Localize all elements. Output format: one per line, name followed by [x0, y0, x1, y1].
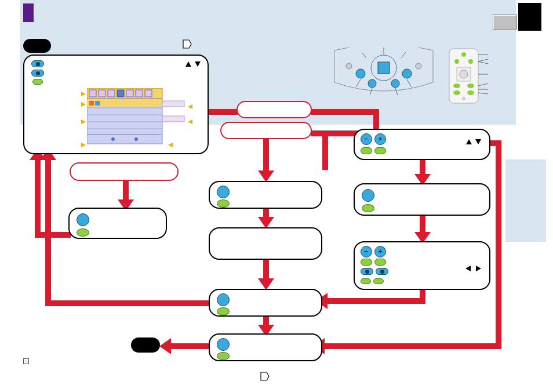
- flow-line: [263, 258, 269, 281]
- minus-plus-buttons: − +: [361, 246, 386, 257]
- flow-line: [420, 290, 425, 298]
- auto-step-2: [209, 227, 322, 260]
- left-right-eye-buttons: [361, 268, 388, 275]
- green-button-icon: [217, 199, 230, 208]
- manual-step-3: − +: [354, 241, 490, 290]
- triangle-left-icon: [465, 266, 471, 271]
- svg-point-3: [402, 69, 412, 78]
- end-node: [131, 337, 160, 353]
- manual-step-2: [354, 183, 490, 216]
- menu-button-icon: [77, 213, 89, 226]
- flow-arrowhead-down: [258, 278, 274, 290]
- svg-line-30: [478, 84, 488, 86]
- flow-line: [496, 140, 501, 346]
- flow-line: [325, 298, 425, 304]
- minus-plus-buttons: − +: [361, 133, 386, 145]
- yellow-arrow-icon: [81, 119, 86, 124]
- triangle-down-icon: [475, 139, 481, 144]
- svg-rect-36: [108, 90, 115, 97]
- yellow-arrow-icon: [188, 104, 192, 109]
- svg-rect-39: [136, 90, 143, 97]
- svg-line-10: [401, 52, 406, 58]
- svg-point-21: [453, 84, 460, 88]
- red-step-3: [70, 162, 179, 181]
- svg-point-5: [391, 79, 399, 88]
- green-minus-icon: [361, 147, 372, 154]
- start-node: [23, 39, 51, 53]
- green-left-icon: [361, 278, 371, 284]
- triangle-up-icon: [185, 61, 191, 67]
- svg-point-7: [416, 63, 421, 69]
- svg-rect-44: [95, 101, 100, 106]
- green-plus-icon: [374, 147, 386, 154]
- yellow-arrow-icon: [81, 102, 86, 107]
- svg-point-22: [467, 84, 474, 88]
- minus-button-icon: −: [361, 133, 372, 145]
- flow-line: [208, 109, 238, 115]
- gray-button-decor: [493, 14, 517, 30]
- svg-rect-38: [126, 90, 133, 97]
- svg-rect-52: [162, 101, 184, 107]
- flow-arrowhead-down: [258, 217, 274, 228]
- green-minus-icon: [361, 259, 372, 266]
- onscreen-menu-illustration: [87, 88, 185, 146]
- svg-point-17: [454, 59, 459, 64]
- auto-step-1: [209, 181, 322, 209]
- svg-line-28: [478, 61, 488, 64]
- svg-line-13: [370, 88, 372, 95]
- control-panel-illustration: [332, 48, 436, 103]
- svg-line-9: [362, 52, 366, 58]
- volume-eye-icon: [31, 60, 44, 67]
- minus-plus-green: [361, 259, 386, 266]
- green-button-icon: [77, 228, 89, 237]
- plus-button-icon: +: [374, 133, 386, 145]
- yellow-arrow-icon: [81, 92, 86, 96]
- flow-line: [45, 300, 209, 306]
- flow-arrowhead-left: [159, 338, 171, 354]
- svg-line-32: [478, 93, 488, 94]
- flow-line: [311, 109, 379, 115]
- triangle-right-icon: [476, 266, 481, 271]
- menu-button-icon: [362, 189, 374, 202]
- menu-button-icon: [217, 338, 230, 351]
- minus-button-icon: −: [361, 246, 372, 257]
- remote-control-illustration: [446, 48, 490, 106]
- green-button-icon: [217, 307, 230, 315]
- yellow-arrow-icon: [168, 143, 173, 147]
- menu-button-icon: [217, 293, 230, 306]
- black-corner-decor: [518, 3, 541, 31]
- yellow-arrow-icon: [81, 143, 86, 147]
- pentagon-icon: [260, 371, 270, 384]
- svg-point-23: [453, 90, 460, 95]
- svg-rect-35: [99, 90, 105, 97]
- yellow-arrow-icon: [188, 119, 192, 124]
- flow-line: [322, 130, 328, 170]
- svg-point-25: [462, 97, 465, 100]
- red-step-1: [237, 101, 312, 118]
- flow-line: [322, 343, 501, 349]
- volume-left-icon: [361, 268, 373, 275]
- green-button-icon: [217, 352, 230, 360]
- svg-point-18: [468, 59, 473, 64]
- footnote-marker: [23, 358, 29, 364]
- flow-line: [263, 139, 269, 173]
- svg-line-12: [407, 79, 412, 87]
- svg-rect-40: [145, 90, 152, 97]
- side-panel-bg: [505, 159, 546, 242]
- svg-line-14: [395, 88, 398, 95]
- svg-point-2: [356, 69, 365, 78]
- svg-point-51: [134, 137, 138, 141]
- green-right-icon: [373, 278, 384, 284]
- green-plus-icon: [374, 259, 386, 266]
- flow-line: [168, 343, 209, 349]
- triangle-up-icon: [466, 139, 472, 144]
- flow-line: [35, 158, 41, 238]
- svg-point-24: [467, 90, 474, 95]
- green-pill-icon: [32, 79, 43, 85]
- red-step-2: [220, 122, 312, 139]
- main-menu-node: [23, 55, 209, 154]
- flow-arrowhead-down: [258, 170, 274, 182]
- volume-eye-icon: [31, 70, 44, 77]
- action-exit-node: [68, 208, 167, 239]
- flow-line: [123, 180, 129, 202]
